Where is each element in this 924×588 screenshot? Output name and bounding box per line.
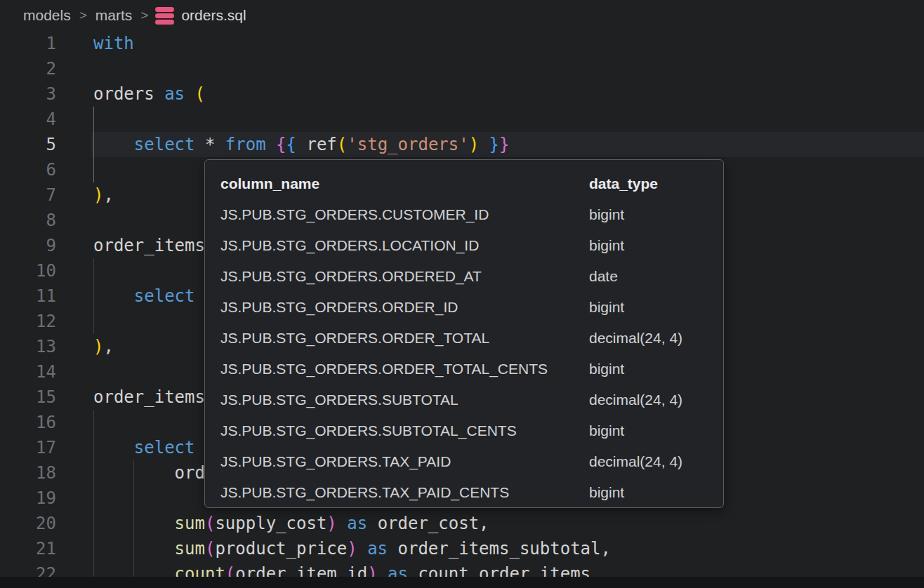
- column-row: JS.PUB.STG_ORDERS.ORDER_IDbigint: [205, 292, 723, 323]
- column-row: JS.PUB.STG_ORDERS.CUSTOMER_IDbigint: [205, 199, 723, 230]
- column-row: JS.PUB.STG_ORDERS.TAX_PAID_CENTSbigint: [205, 477, 723, 508]
- code-line[interactable]: 5 select * from {{ ref('stg_orders') }}: [0, 132, 924, 157]
- line-number: 14: [0, 359, 56, 385]
- code-text: ),: [93, 182, 114, 208]
- column-name-cell: JS.PUB.STG_ORDERS.ORDER_ID: [220, 299, 589, 316]
- line-number: 8: [0, 208, 56, 233]
- column-row: JS.PUB.STG_ORDERS.ORDERED_ATdate: [205, 261, 723, 292]
- column-name-cell: JS.PUB.STG_ORDERS.ORDERED_AT: [220, 268, 589, 285]
- code-line[interactable]: 20 sum(supply_cost) as order_cost,: [0, 511, 924, 536]
- line-number: 3: [0, 81, 56, 107]
- column-row: JS.PUB.STG_ORDERS.ORDER_TOTAL_CENTSbigin…: [205, 354, 723, 385]
- column-name-header: column_name: [220, 175, 589, 192]
- line-number: 7: [0, 182, 56, 208]
- line-number: 17: [0, 435, 56, 460]
- data-type-cell: bigint: [589, 361, 708, 377]
- data-type-cell: decimal(24, 4): [589, 330, 708, 347]
- column-name-cell: JS.PUB.STG_ORDERS.CUSTOMER_ID: [220, 206, 589, 223]
- bottom-panel-edge: [0, 577, 924, 588]
- code-text: with: [93, 31, 134, 56]
- database-icon: [155, 7, 174, 25]
- data-type-cell: date: [589, 268, 708, 285]
- code-text: select: [93, 283, 195, 309]
- breadcrumb-file-name[interactable]: orders.sql: [181, 7, 246, 24]
- code-text: sum(product_price) as order_items_subtot…: [93, 536, 611, 561]
- line-number: 6: [0, 157, 56, 182]
- code-line[interactable]: 3orders as (: [0, 81, 924, 107]
- code-text: select: [93, 435, 195, 460]
- code-line[interactable]: 2: [0, 56, 924, 81]
- code-text: ord: [93, 460, 205, 486]
- column-name-cell: JS.PUB.STG_ORDERS.TAX_PAID: [220, 453, 589, 470]
- breadcrumb-item-models[interactable]: models: [23, 7, 71, 24]
- code-text: orders as (: [93, 81, 205, 107]
- indent-guide: [133, 460, 134, 587]
- line-number: 10: [0, 258, 56, 283]
- line-number: 20: [0, 511, 56, 536]
- column-name-cell: JS.PUB.STG_ORDERS.LOCATION_ID: [220, 237, 589, 254]
- column-row: JS.PUB.STG_ORDERS.TAX_PAIDdecimal(24, 4): [205, 446, 723, 477]
- data-type-cell: decimal(24, 4): [589, 453, 708, 470]
- line-number: 19: [0, 486, 56, 511]
- code-text: select * from {{ ref('stg_orders') }}: [93, 132, 509, 157]
- column-row: JS.PUB.STG_ORDERS.SUBTOTALdecimal(24, 4): [205, 385, 723, 415]
- code-line[interactable]: 1with: [0, 31, 924, 56]
- line-number: 18: [0, 460, 56, 486]
- data-type-cell: bigint: [589, 299, 708, 316]
- breadcrumb: models > marts > orders.sql: [0, 0, 924, 31]
- code-line[interactable]: 4: [0, 107, 924, 132]
- code-text: order_items: [93, 233, 205, 258]
- data-type-cell: bigint: [589, 206, 708, 223]
- column-name-cell: JS.PUB.STG_ORDERS.TAX_PAID_CENTS: [220, 484, 589, 501]
- column-metadata-popup: column_name data_type JS.PUB.STG_ORDERS.…: [204, 159, 724, 508]
- data-type-cell: bigint: [589, 484, 708, 501]
- popup-rows: JS.PUB.STG_ORDERS.CUSTOMER_IDbigintJS.PU…: [205, 199, 723, 508]
- line-number: 2: [0, 56, 56, 81]
- column-row: JS.PUB.STG_ORDERS.ORDER_TOTALdecimal(24,…: [205, 323, 723, 354]
- data-type-cell: bigint: [589, 422, 708, 439]
- line-number: 9: [0, 233, 56, 258]
- code-line[interactable]: 21 sum(product_price) as order_items_sub…: [0, 536, 924, 561]
- data-type-cell: decimal(24, 4): [589, 392, 708, 408]
- indent-guide: [93, 107, 94, 182]
- column-name-cell: JS.PUB.STG_ORDERS.ORDER_TOTAL_CENTS: [220, 361, 589, 377]
- indent-guide: [93, 258, 94, 334]
- data-type-header: data_type: [589, 175, 708, 192]
- column-row: JS.PUB.STG_ORDERS.SUBTOTAL_CENTSbigint: [205, 415, 723, 446]
- popup-header-row: column_name data_type: [205, 168, 723, 199]
- line-number: 11: [0, 283, 56, 309]
- line-number: 5: [0, 132, 56, 157]
- data-type-cell: bigint: [589, 237, 708, 254]
- line-number: 12: [0, 309, 56, 334]
- code-text: ),: [93, 334, 114, 359]
- column-name-cell: JS.PUB.STG_ORDERS.ORDER_TOTAL: [220, 330, 589, 347]
- chevron-right-icon: >: [140, 8, 148, 23]
- code-text: sum(supply_cost) as order_cost,: [93, 511, 489, 536]
- line-number: 13: [0, 334, 56, 359]
- column-row: JS.PUB.STG_ORDERS.LOCATION_IDbigint: [205, 230, 723, 261]
- line-number: 16: [0, 410, 56, 435]
- line-number: 15: [0, 385, 56, 410]
- line-number: 4: [0, 107, 56, 132]
- line-number: 1: [0, 31, 56, 56]
- column-name-cell: JS.PUB.STG_ORDERS.SUBTOTAL_CENTS: [220, 422, 589, 439]
- code-text: order_items: [93, 385, 205, 410]
- column-name-cell: JS.PUB.STG_ORDERS.SUBTOTAL: [220, 392, 589, 408]
- line-number: 21: [0, 536, 56, 561]
- breadcrumb-item-marts[interactable]: marts: [95, 7, 133, 24]
- indent-guide: [93, 410, 94, 587]
- chevron-right-icon: >: [79, 8, 87, 23]
